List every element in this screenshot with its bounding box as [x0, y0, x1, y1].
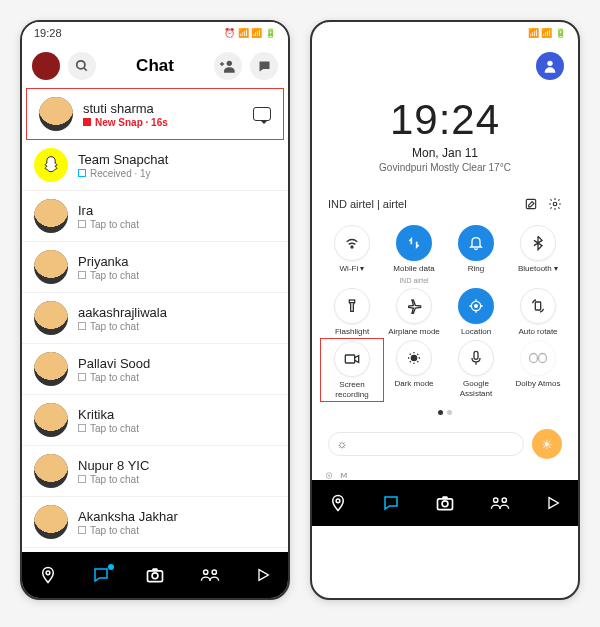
brightness-slider[interactable]: ☼ [328, 432, 524, 456]
chat-item[interactable]: IraTap to chat [22, 191, 288, 242]
chat-item[interactable]: Pallavi SoodTap to chat [22, 344, 288, 395]
chat-info: Pallavi SoodTap to chat [78, 356, 276, 383]
chat-name: Akanksha Jakhar [78, 509, 276, 524]
chat-item[interactable]: PriyankaTap to chat [22, 242, 288, 293]
nav-discover[interactable] [255, 567, 271, 583]
status-indicators: ⏰ 📶 📶 🔋 [224, 28, 276, 38]
add-friend-button[interactable] [214, 52, 242, 80]
lens-icon[interactable]: ᴍ [340, 469, 348, 480]
chat-item[interactable]: Team SnapchatReceived · 1y [22, 140, 288, 191]
chat-status: Tap to chat [78, 474, 276, 485]
qs-tile-dark[interactable]: Dark mode [384, 340, 444, 400]
nav-map[interactable] [39, 566, 57, 584]
chat-item[interactable]: stuti sharmaNew Snap · 16s [26, 88, 284, 140]
nav-chat[interactable] [92, 566, 110, 584]
gear-icon [548, 197, 562, 211]
svg-point-17 [475, 304, 478, 307]
new-chat-button[interactable] [250, 52, 278, 80]
chat-avatar [34, 301, 68, 335]
bottom-nav-right [312, 480, 578, 526]
chat-item[interactable]: KritikaTap to chat [22, 395, 288, 446]
dark-icon [396, 340, 432, 376]
qs-tile-label: Screen recording [324, 380, 380, 399]
reply-icon[interactable] [253, 107, 271, 121]
location-icon [458, 288, 494, 324]
chat-name: aakashrajliwala [78, 305, 276, 320]
settings-button[interactable] [548, 197, 562, 211]
chat-status-text: Tap to chat [90, 321, 139, 332]
clock-date: Mon, Jan 11 [312, 146, 578, 160]
svg-point-20 [411, 356, 416, 361]
nav-map-r[interactable] [329, 494, 347, 512]
qs-tile-dolby[interactable]: Dolby Atmos [508, 340, 568, 400]
add-friend-icon [220, 59, 236, 73]
nav-stories[interactable] [200, 566, 220, 584]
map-pin-icon [39, 566, 57, 584]
svg-point-5 [47, 571, 51, 575]
profile-avatar[interactable] [32, 52, 60, 80]
qs-tile-mic[interactable]: Google Assistant [446, 340, 506, 400]
page-dot-1[interactable] [438, 410, 443, 415]
chat-name: Priyanka [78, 254, 276, 269]
svg-point-0 [77, 61, 85, 69]
chat-status-text: Received · 1y [90, 168, 151, 179]
rotate-icon [520, 288, 556, 324]
svg-marker-10 [259, 570, 268, 581]
svg-point-28 [502, 498, 506, 502]
nav-stories-r[interactable] [490, 494, 510, 512]
bottom-nav [22, 552, 288, 598]
qs-tile-flashlight[interactable]: Flashlight [322, 288, 382, 337]
qs-tile-sublabel: IND airtel [399, 277, 428, 284]
snap-status-icon [83, 118, 91, 126]
camera-icon [145, 565, 165, 585]
qs-tile-camera[interactable]: Screen recording [320, 338, 384, 402]
qs-tile-rotate[interactable]: Auto rotate [508, 288, 568, 337]
sun-icon: ☀ [541, 437, 553, 452]
qs-tile-label: Airplane mode [388, 327, 440, 337]
chat-item[interactable]: aakashrajliwalaTap to chat [22, 293, 288, 344]
map-pin-icon [329, 494, 347, 512]
snap-status-icon [78, 169, 86, 177]
qs-tile-data[interactable]: Mobile dataIND airtel [384, 225, 444, 284]
brightness-low-icon: ☼ [333, 435, 351, 453]
svg-rect-19 [345, 355, 354, 363]
edit-icon [524, 197, 538, 211]
chat-name: Nupur 8 YIC [78, 458, 276, 473]
edit-button[interactable] [524, 197, 538, 211]
svg-point-9 [212, 570, 216, 574]
nav-discover-r[interactable] [545, 495, 561, 511]
account-avatar[interactable] [536, 52, 564, 80]
qs-tile-label: Bluetooth ▾ [518, 264, 558, 274]
chat-info: stuti sharmaNew Snap · 16s [83, 101, 243, 128]
qs-tile-label: Ring [468, 264, 484, 274]
airplane-icon [396, 288, 432, 324]
qs-tile-location[interactable]: Location [446, 288, 506, 337]
qs-tile-bell[interactable]: Ring [446, 225, 506, 284]
qs-tile-label: Wi-Fi ▾ [340, 264, 365, 274]
google-icon[interactable]: ◎ [326, 469, 332, 480]
chat-item[interactable]: Akanksha JakharTap to chat [22, 497, 288, 548]
status-bar-right: 📶 📶 🔋 [312, 22, 578, 44]
mic-icon [458, 340, 494, 376]
svg-point-24 [337, 499, 341, 503]
nav-camera-r[interactable] [435, 493, 455, 513]
chat-name: Kritika [78, 407, 276, 422]
flashlight-icon [334, 288, 370, 324]
qs-tile-bluetooth[interactable]: Bluetooth ▾ [508, 225, 568, 284]
chat-avatar [34, 505, 68, 539]
dolby-icon [520, 340, 556, 376]
chat-icon [92, 566, 110, 584]
chat-item[interactable]: Nupur 8 YICTap to chat [22, 446, 288, 497]
auto-brightness-button[interactable]: ☀ [532, 429, 562, 459]
qs-tile-airplane[interactable]: Airplane mode [384, 288, 444, 337]
search-button[interactable] [68, 52, 96, 80]
qs-tile-label: Dolby Atmos [516, 379, 561, 389]
page-dot-2[interactable] [447, 410, 452, 415]
nav-chat-r[interactable] [382, 494, 400, 512]
qs-tile-label: Mobile data [393, 264, 434, 274]
snap-status-icon [78, 271, 86, 279]
qs-tile-wifi[interactable]: Wi-Fi ▾ [322, 225, 382, 284]
clock-area: 19:24 Mon, Jan 11 Govindpuri Mostly Clea… [312, 88, 578, 189]
nav-camera[interactable] [145, 565, 165, 585]
chat-avatar [34, 454, 68, 488]
